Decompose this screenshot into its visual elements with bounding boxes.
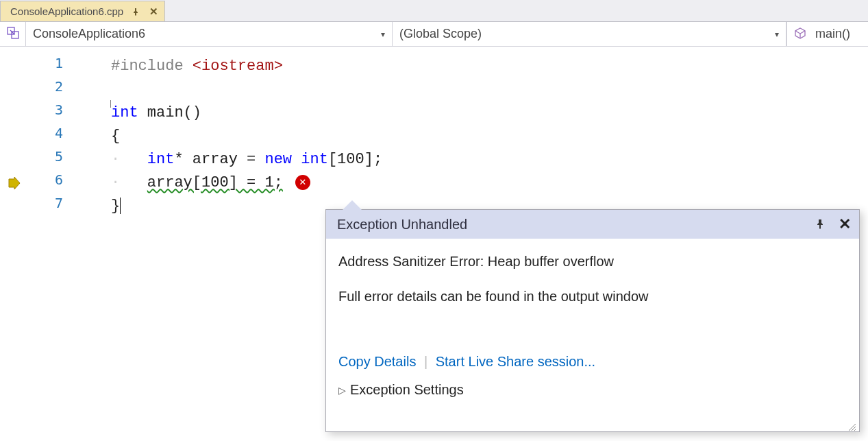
close-icon[interactable]: ✕: [837, 217, 852, 232]
popup-body: Address Sanitizer Error: Heap buffer ove…: [326, 239, 859, 354]
function-combo[interactable]: main(): [813, 22, 868, 46]
project-combo[interactable]: ConsoleApplication6 ▾: [26, 22, 393, 46]
popup-error-message: Address Sanitizer Error: Heap buffer ove…: [338, 254, 847, 270]
close-icon[interactable]: ✕: [148, 6, 159, 17]
token-ident: array: [184, 151, 247, 168]
chevron-down-icon: ▾: [775, 29, 779, 39]
function-combo-text: main(): [815, 27, 850, 41]
line-number: 7: [30, 195, 73, 218]
separator: |: [424, 354, 427, 369]
exception-popup: Exception Unhandled ✕ Address Sanitizer …: [325, 209, 860, 432]
popup-detail-message: Full error details can be found in the o…: [338, 289, 847, 305]
scope-combo[interactable]: (Global Scope) ▾: [393, 22, 786, 46]
popup-links: Copy Details | Start Live Share session.…: [326, 354, 859, 375]
tab-filename: ConsoleApplication6.cpp: [10, 5, 123, 17]
pin-icon[interactable]: [813, 217, 828, 232]
code-line: [111, 78, 868, 102]
code-line: · int* array = new int[100];: [111, 148, 868, 171]
token-keyword: int: [147, 151, 175, 168]
token-keyword: int: [301, 151, 328, 168]
svg-line-8: [854, 429, 856, 431]
outline-gutter: −: [73, 47, 111, 441]
line-number: 6: [30, 171, 73, 195]
nav-bar: ConsoleApplication6 ▾ (Global Scope) ▾ m…: [0, 22, 868, 47]
current-statement-arrow-icon: [7, 176, 22, 191]
token-brace: {: [111, 128, 120, 145]
token-include: #include: [111, 58, 193, 75]
pin-icon[interactable]: [130, 6, 141, 17]
glyph-margin: [0, 47, 30, 441]
code-line: int main(): [111, 102, 868, 125]
popup-titlebar[interactable]: Exception Unhandled ✕: [326, 210, 859, 239]
line-numbers: 1 2 3 4 5 6 7: [30, 47, 73, 441]
start-live-share-link[interactable]: Start Live Share session...: [436, 354, 595, 369]
resize-grip-icon[interactable]: [847, 419, 856, 429]
chevron-right-icon: ▷: [338, 385, 346, 396]
scope-combo-text: (Global Scope): [399, 27, 482, 41]
svg-line-4: [800, 31, 805, 34]
exception-settings-label: Exception Settings: [350, 382, 464, 398]
method-cube-icon: [794, 27, 806, 41]
nav-scope-icon-box[interactable]: [0, 22, 26, 46]
token-squiggle-warning: array[100] = 1;: [147, 174, 283, 191]
project-combo-text: ConsoleApplication6: [33, 27, 145, 41]
code-line: {: [111, 125, 868, 148]
token-number: 100: [337, 151, 364, 168]
svg-line-3: [795, 31, 800, 34]
text-caret: [120, 198, 121, 214]
line-number: 5: [30, 148, 73, 171]
token-eq: =: [247, 151, 264, 168]
error-glyph-icon[interactable]: ✕: [295, 175, 310, 190]
token-brace: }: [111, 198, 120, 215]
exception-settings-expander[interactable]: ▷ Exception Settings: [326, 375, 859, 409]
popup-title-text: Exception Unhandled: [337, 217, 467, 233]
token-ident: main(): [138, 104, 201, 121]
scope-switch-icon: [6, 26, 20, 42]
line-number: 2: [30, 78, 73, 102]
code-line: #include <iostream>: [111, 55, 868, 78]
line-number: 4: [30, 125, 73, 148]
token-keyword: int: [111, 104, 138, 121]
file-tab[interactable]: ConsoleApplication6.cpp ✕: [0, 1, 165, 21]
token-keyword: new: [264, 151, 301, 168]
token-star: *: [174, 151, 183, 168]
line-number: 1: [30, 55, 73, 78]
code-line: · array[100] = 1;✕: [111, 171, 868, 195]
token-header: <iostream>: [193, 58, 283, 75]
function-icon-box: [786, 22, 813, 46]
line-number: 3: [30, 102, 73, 125]
copy-details-link[interactable]: Copy Details: [338, 354, 416, 369]
token-semi: ;: [373, 151, 382, 168]
chevron-down-icon: ▾: [381, 29, 385, 39]
tab-strip: ConsoleApplication6.cpp ✕: [0, 0, 868, 22]
